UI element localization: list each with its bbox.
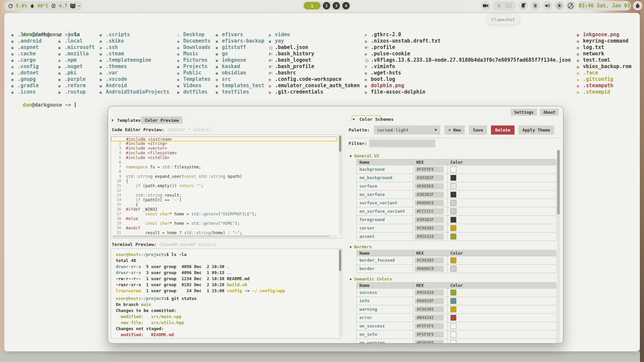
table-row: error#B44242 (357, 313, 556, 322)
tab-color-preview[interactable]: Color Preview (141, 116, 183, 124)
color-swatch[interactable] (450, 315, 456, 321)
inactive-tray-group[interactable] (492, 1, 516, 10)
terminal-preview-line: drwxr-xr-x 3 user group 4096 Dec 1 09:15… (116, 270, 342, 276)
volume-button[interactable] (542, 1, 552, 10)
hex-value-field[interactable]: #C9A305 (415, 306, 444, 312)
hex-value-field[interactable]: #D0D0C8 (415, 266, 444, 272)
hex-value-field[interactable]: #B44242 (415, 315, 444, 321)
code-line: 7namespace fs = std::filesystem; (111, 165, 337, 169)
palette-dropdown[interactable]: cursed-light ▼ (374, 125, 440, 135)
hex-value-field[interactable]: #F5F5F5 (415, 323, 444, 329)
hex-value-field[interactable]: #F5F5F5 (415, 331, 444, 338)
token: const (145, 212, 157, 216)
workspace-button-3[interactable]: 3 (333, 2, 340, 9)
templates-collapse-icon[interactable]: ▼ (111, 118, 113, 122)
color-swatch[interactable] (450, 234, 456, 240)
file-icon: ▣ (177, 76, 183, 83)
temperature: 48°C (37, 3, 49, 8)
flameshot-tray-button[interactable] (633, 1, 642, 10)
hex-value-field[interactable]: #C9A305 (415, 225, 444, 231)
color-swatch[interactable] (450, 183, 456, 189)
color-swatch[interactable] (450, 298, 456, 304)
file-name: AndroidStudioProjects (106, 89, 169, 95)
hex-value-field[interactable]: #60928F (415, 298, 444, 304)
section-header-borders[interactable]: ▼Borders (350, 244, 557, 249)
color-swatch[interactable] (450, 266, 456, 272)
color-swatch[interactable] (450, 200, 456, 206)
code-vertical-scrollbar[interactable] (339, 136, 341, 235)
color-swatch[interactable] (450, 192, 456, 198)
token: * home = (169, 221, 191, 226)
section-header-semantic-colors[interactable]: ▼Semantic Colors (350, 276, 557, 281)
hex-value-field[interactable]: #E8E8E8 (415, 183, 444, 189)
code-horizontal-scrollbar[interactable] (112, 235, 338, 238)
about-button[interactable]: About (540, 109, 559, 116)
color-swatch[interactable] (450, 175, 456, 181)
terminal-vertical-scrollbar[interactable] (339, 250, 341, 337)
screen-record-button[interactable] (481, 1, 491, 10)
new-palette-button[interactable]: + New (444, 125, 465, 135)
token: Changes not staged: (116, 326, 164, 331)
token: 3 user group 4096 Dec 1 09:15 (141, 270, 227, 275)
notifications-button[interactable] (518, 1, 528, 10)
file-icon: ▤ (577, 51, 583, 57)
color-schemes-collapse-icon[interactable]: ▼ (353, 117, 355, 121)
color-swatch[interactable] (450, 217, 456, 223)
hex-value-field[interactable]: #F5F5F5 (415, 340, 444, 343)
bluetooth-button[interactable] (530, 1, 540, 10)
file-name: efivars-backup (222, 38, 264, 44)
color-swatch[interactable] (450, 340, 456, 343)
palette-label: Palette: (349, 127, 370, 133)
filter-input[interactable] (369, 140, 435, 147)
color-swatch[interactable] (450, 323, 456, 329)
section-title: Semantic Colors (354, 276, 392, 281)
line-number: 6 (111, 160, 121, 165)
color-name: background (357, 165, 413, 173)
terminal-app-badge[interactable]: ~ (67, 1, 83, 10)
file-icon: ■ (100, 70, 106, 76)
color-swatch[interactable] (450, 166, 456, 172)
code-preview-title: Code Editor Preview: (112, 127, 164, 132)
file-icon: ◆ (577, 76, 583, 83)
token: drwxr-xr-x (116, 270, 141, 275)
color-swatch[interactable] (450, 208, 456, 214)
table-row: warning#C9A305 (357, 305, 556, 313)
hex-value-field[interactable]: #3D3D2F (415, 192, 444, 198)
workspace-button-1[interactable]: 1 (304, 2, 320, 9)
palette-separator (348, 138, 560, 138)
file-icon: ▣ (177, 70, 183, 76)
shell-prompt-line-2[interactable]: dan@darkgoose ~> (10, 96, 76, 102)
workspace-button-4[interactable]: 4 (342, 2, 350, 9)
token: 5 user group 4096 Dec 2 10:30 (141, 264, 227, 269)
color-swatch[interactable] (450, 306, 456, 312)
night-light-button[interactable] (566, 1, 576, 10)
hex-value-field[interactable]: #95A328 (415, 234, 444, 240)
file-item: ▤.steampath (577, 83, 632, 89)
color-swatch[interactable] (450, 331, 456, 338)
settings-button[interactable]: Settings (511, 109, 537, 116)
save-button[interactable]: Save (469, 125, 487, 135)
hex-value-field[interactable]: #CCCCCC (415, 208, 444, 214)
color-swatch[interactable] (450, 225, 456, 231)
color-swatch[interactable] (450, 257, 456, 263)
workspace-button-2[interactable]: 2 (323, 2, 330, 9)
terminal-preview-line: Changes to be committed: (116, 308, 342, 314)
tab-templates[interactable]: Templates (117, 118, 141, 123)
brightness-button[interactable] (554, 1, 564, 10)
apply-theme-button[interactable]: Apply Theme (518, 125, 554, 135)
hex-value-field[interactable]: #C9A305 (415, 257, 444, 263)
hex-value-field[interactable]: #95A328 (415, 290, 444, 296)
file-column: ▦inkgoose.png▤keyring-command▤log.txt▤ne… (577, 32, 632, 95)
file-item: ■Android (100, 83, 169, 89)
hex-value-field[interactable]: #3D3D2F (415, 217, 444, 223)
token: "USERPROFILE" (220, 212, 252, 216)
hex-value-field[interactable]: #D0D0C8 (415, 200, 444, 206)
color-swatch[interactable] (450, 290, 456, 296)
delete-button[interactable]: Delete (491, 125, 514, 135)
section-header-general-ui[interactable]: ▼General UI (350, 153, 557, 158)
file-icon: ■ (58, 70, 64, 76)
file-item: ⚙.gtkrc-2.0 (365, 32, 571, 38)
hex-value-field[interactable]: #3D3D2F (415, 175, 444, 181)
color-list-scrollbar[interactable] (557, 150, 560, 343)
hex-value-field[interactable]: #F5F5F5 (415, 166, 444, 172)
